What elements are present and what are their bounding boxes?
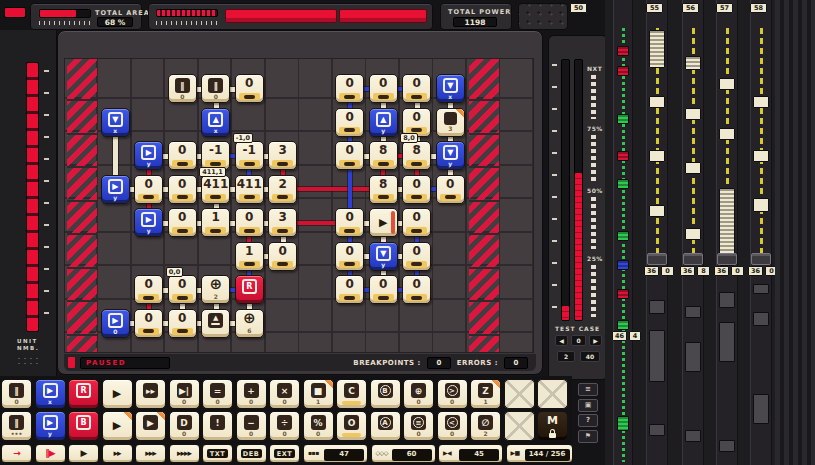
signal-block-green[interactable]: [617, 416, 629, 431]
run-button[interactable]: →: [1, 444, 32, 463]
square-tile[interactable]: 3: [436, 108, 465, 137]
number-tile[interactable]: 0: [436, 175, 465, 204]
number-tile[interactable]: -1,0-1: [235, 141, 264, 170]
shift-right-tile[interactable]: >0: [437, 379, 468, 409]
signal-block-green[interactable]: [617, 320, 629, 330]
feed-y-tile[interactable]: ▶y: [35, 411, 66, 441]
number-tile[interactable]: 0: [335, 141, 364, 170]
number-tile[interactable]: 0: [168, 208, 197, 237]
number-tile[interactable]: 0: [402, 74, 431, 103]
number-tile[interactable]: -1: [201, 141, 230, 170]
input-y-tile[interactable]: ▲y: [369, 108, 398, 137]
divide-tile[interactable]: ÷0: [269, 411, 300, 441]
register-r-tile[interactable]: R: [68, 379, 99, 409]
number-tile[interactable]: 0: [335, 74, 364, 103]
speed-1-button[interactable]: ▶: [68, 444, 99, 463]
number-tile[interactable]: 1: [201, 208, 230, 237]
number-tile[interactable]: 0: [402, 208, 431, 237]
channel-lane-yellow[interactable]: [716, 0, 738, 465]
data-block[interactable]: [753, 96, 769, 108]
data-block[interactable]: [685, 108, 701, 120]
channel-lane-yellow[interactable]: [646, 0, 668, 465]
number-tile[interactable]: 0: [134, 275, 163, 304]
number-tile[interactable]: 2: [268, 175, 297, 204]
xor-tile[interactable]: ⊕0: [403, 379, 434, 409]
number-tile[interactable]: 0: [168, 175, 197, 204]
shift-left-tile[interactable]: <0: [437, 411, 468, 441]
o-tile[interactable]: O: [336, 411, 367, 441]
data-block[interactable]: [685, 162, 701, 174]
signal-block-red[interactable]: [617, 289, 629, 299]
number-tile[interactable]: 0: [335, 275, 364, 304]
modulo-tile[interactable]: %0: [303, 411, 334, 441]
channel-lane-green[interactable]: [613, 0, 633, 465]
step-button[interactable]: ‖▶: [35, 444, 66, 463]
fader-handle[interactable]: [647, 253, 667, 265]
signal-block-green[interactable]: [617, 114, 629, 124]
output-x-tile[interactable]: ▼x: [436, 74, 465, 103]
signal-block-green[interactable]: [617, 179, 629, 189]
number-tile[interactable]: 0: [335, 108, 364, 137]
number-tile[interactable]: 0: [235, 208, 264, 237]
frame-button[interactable]: ▣: [578, 399, 598, 412]
board-grid[interactable]: ‖0‖00000▼x▼x▲x0▲y03▶y0-1-1,0-13088,08▼y▶…: [64, 58, 534, 353]
d-tile[interactable]: D0: [169, 411, 200, 441]
number-tile[interactable]: 0: [402, 175, 431, 204]
pause-tile[interactable]: ‖0: [1, 379, 32, 409]
channel-lane-yellow[interactable]: [750, 0, 772, 465]
xor-tile[interactable]: ⊕2: [201, 275, 230, 304]
flag-button[interactable]: ⚑: [578, 430, 598, 443]
register-r-tile[interactable]: R: [235, 275, 264, 304]
fader-handle[interactable]: [717, 253, 737, 265]
txt-button[interactable]: TXT: [202, 444, 233, 463]
data-block[interactable]: [753, 150, 769, 162]
speed-3-button[interactable]: ▸▸▸: [135, 444, 166, 463]
play-tile[interactable]: ▶: [369, 208, 398, 237]
fader-handle[interactable]: [683, 253, 703, 265]
test-case-next-button[interactable]: ▶: [589, 335, 602, 346]
output-y-tile[interactable]: ▼y: [436, 141, 465, 170]
channel-lane-yellow[interactable]: [682, 0, 704, 465]
feed-x-tile[interactable]: ▶x: [35, 379, 66, 409]
add-tile[interactable]: +0: [236, 379, 267, 409]
number-tile[interactable]: 411: [235, 175, 264, 204]
data-block[interactable]: [649, 150, 665, 162]
data-block[interactable]: [649, 96, 665, 108]
circle-a-tile[interactable]: A: [370, 411, 401, 441]
speed-2-button[interactable]: ▸▸: [102, 444, 133, 463]
help-button[interactable]: ?: [578, 414, 598, 427]
deb-button[interactable]: DEB: [236, 444, 267, 463]
number-tile[interactable]: 0: [369, 275, 398, 304]
number-tile[interactable]: 0,00: [168, 275, 197, 304]
data-block[interactable]: [685, 56, 701, 70]
exclaim-tile[interactable]: !: [202, 411, 233, 441]
multiply-tile[interactable]: ×0: [269, 379, 300, 409]
block-tile[interactable]: ■1: [303, 379, 334, 409]
feed-y-tile[interactable]: ▶y: [101, 175, 130, 204]
null-tile[interactable]: ∅2: [470, 411, 501, 441]
number-tile[interactable]: 0: [402, 275, 431, 304]
number-tile[interactable]: 3: [268, 208, 297, 237]
data-block[interactable]: [649, 30, 665, 68]
list-button[interactable]: ≡: [578, 383, 598, 396]
subtract-tile[interactable]: −0: [236, 411, 267, 441]
signal-block-red[interactable]: [617, 46, 629, 56]
pause-tile[interactable]: ‖0: [168, 74, 197, 103]
number-tile[interactable]: 1: [235, 242, 264, 271]
test-case-prev-button[interactable]: ◀: [555, 335, 568, 346]
number-tile[interactable]: 0: [134, 309, 163, 338]
data-block[interactable]: [753, 198, 769, 212]
pause-multi-tile[interactable]: ‖•••: [1, 411, 32, 441]
play-stop-tile[interactable]: ▶|0: [169, 379, 200, 409]
circle-equal-tile[interactable]: ≡0: [403, 411, 434, 441]
equals-tile[interactable]: =0: [202, 379, 233, 409]
number-tile[interactable]: 0: [168, 141, 197, 170]
signal-block-green[interactable]: [617, 231, 629, 241]
signal-block-red[interactable]: [617, 151, 629, 161]
fast-forward-tile[interactable]: ▸▸: [135, 379, 166, 409]
fader-handle[interactable]: [751, 253, 771, 265]
speed-4-button[interactable]: ▸▸▸▸: [169, 444, 200, 463]
xor-tile[interactable]: ⊕6: [235, 309, 264, 338]
c-tile[interactable]: C: [336, 379, 367, 409]
data-block[interactable]: [649, 205, 665, 217]
